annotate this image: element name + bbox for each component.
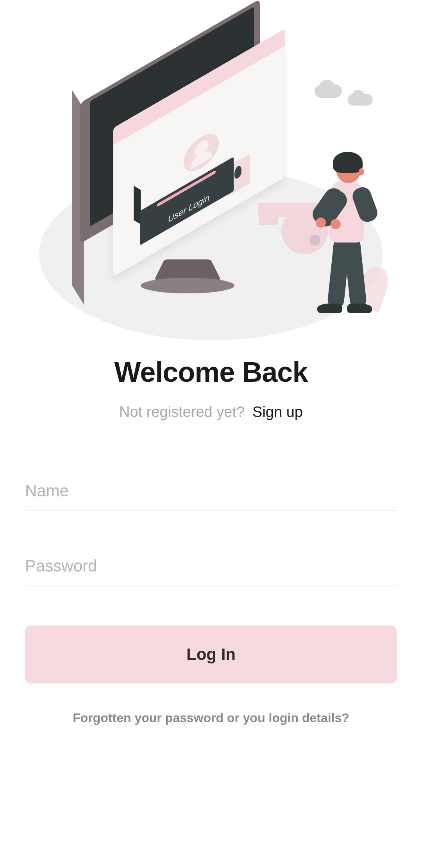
monitor-stand bbox=[154, 259, 221, 280]
person-foot bbox=[317, 304, 342, 313]
person-foot bbox=[347, 304, 372, 313]
monitor-base bbox=[141, 278, 234, 293]
subtitle-prompt: Not registered yet? bbox=[119, 404, 245, 421]
cloud-icon bbox=[315, 84, 342, 98]
name-input[interactable] bbox=[25, 471, 397, 511]
key-teeth-icon bbox=[259, 215, 278, 225]
person-hand bbox=[331, 219, 341, 229]
person-hair bbox=[333, 152, 363, 173]
cloud-icon bbox=[348, 94, 373, 106]
forgot-password-link[interactable]: Forgotten your password or you login det… bbox=[73, 711, 349, 725]
signup-link[interactable]: Sign up bbox=[252, 404, 303, 421]
login-form: Log In bbox=[25, 471, 397, 683]
login-button[interactable]: Log In bbox=[25, 625, 397, 683]
person-ear bbox=[359, 168, 364, 175]
page-title: Welcome Back bbox=[114, 356, 308, 388]
key-hole-icon bbox=[309, 235, 320, 246]
person-hand bbox=[316, 217, 326, 228]
subtitle-row: Not registered yet? Sign up bbox=[119, 404, 303, 421]
password-input[interactable] bbox=[25, 546, 397, 586]
login-illustration: User Login bbox=[35, 27, 387, 332]
